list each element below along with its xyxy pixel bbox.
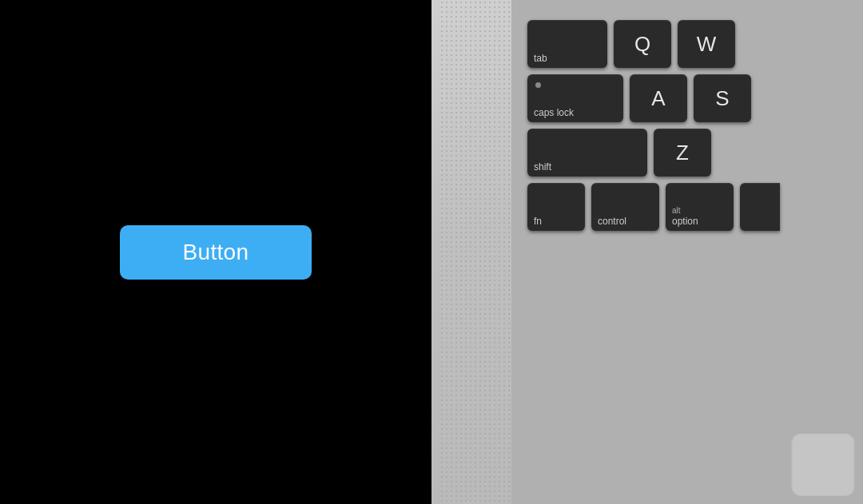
speaker-dots: [439, 0, 519, 504]
keyboard-row-2: caps lock A S: [527, 74, 863, 122]
w-key-label: W: [697, 32, 717, 57]
demo-button[interactable]: Button: [120, 225, 312, 280]
capslock-key-label: caps lock: [534, 108, 617, 117]
a-key[interactable]: A: [630, 74, 687, 122]
fn-key[interactable]: fn: [527, 183, 585, 231]
control-key-label: control: [598, 216, 653, 226]
tab-key-label: tab: [534, 54, 601, 63]
cmd-key-partial[interactable]: [740, 183, 780, 231]
tab-key[interactable]: tab: [527, 20, 607, 68]
option-key[interactable]: altoption: [666, 183, 734, 231]
control-key[interactable]: control: [591, 183, 659, 231]
fn-key-label: fn: [534, 216, 579, 226]
s-key[interactable]: S: [694, 74, 751, 122]
right-panel: tab Q W caps lock A: [432, 0, 863, 504]
left-panel: Button: [0, 0, 432, 504]
scene: Button tab Q W: [0, 0, 863, 504]
a-key-label: A: [651, 86, 665, 111]
keyboard-row-4: fn control altoption: [527, 183, 863, 231]
keyboard: tab Q W caps lock A: [527, 8, 863, 504]
keyboard-row-1: tab Q W: [527, 20, 863, 68]
shift-key[interactable]: shift: [527, 129, 647, 177]
z-key[interactable]: Z: [654, 129, 711, 177]
s-key-label: S: [715, 86, 729, 111]
keyboard-row-3: shift Z: [527, 129, 863, 177]
capslock-dot: [535, 82, 541, 88]
q-key-label: Q: [634, 32, 650, 57]
keyboard-area: tab Q W caps lock A: [511, 0, 863, 504]
w-key[interactable]: W: [678, 20, 735, 68]
capslock-key[interactable]: caps lock: [527, 74, 623, 122]
trackpad[interactable]: [791, 432, 855, 496]
z-key-label: Z: [676, 141, 689, 165]
option-key-alt-label: alt: [672, 207, 681, 215]
q-key[interactable]: Q: [614, 20, 671, 68]
shift-key-label: shift: [534, 162, 641, 172]
option-key-option-label: option: [672, 216, 727, 226]
